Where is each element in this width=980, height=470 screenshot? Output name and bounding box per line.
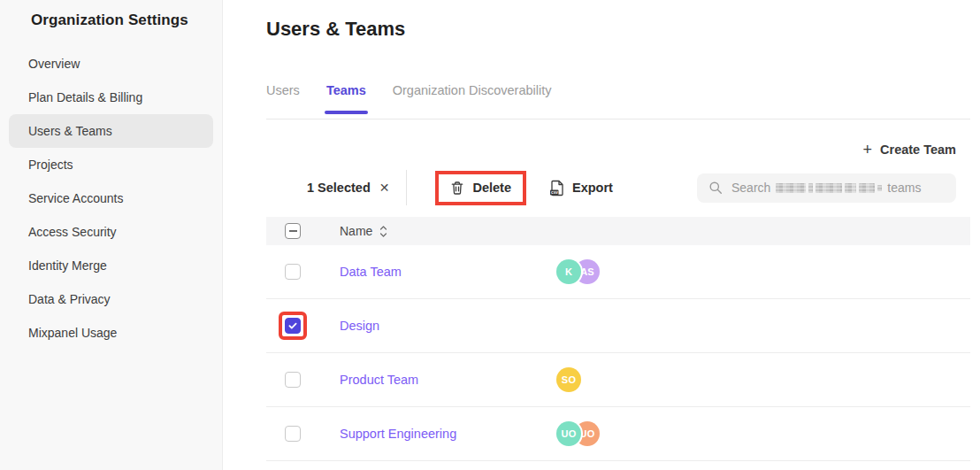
sidebar-item-projects[interactable]: Projects (0, 148, 222, 181)
svg-text:csv: csv (551, 190, 558, 195)
team-link-support-engineering[interactable]: Support Engineering (340, 427, 456, 441)
avatar: UO (556, 421, 581, 446)
team-link-product-team[interactable]: Product Team (340, 373, 418, 387)
name-column-header[interactable]: Name (340, 224, 387, 238)
delete-annotation-highlight: Delete (435, 171, 526, 205)
sidebar-item-plan-details-billing[interactable]: Plan Details & Billing (0, 81, 222, 114)
sidebar-item-service-accounts[interactable]: Service Accounts (0, 181, 222, 215)
team-name-cell: Design (340, 319, 556, 333)
create-team-label: Create Team (880, 143, 956, 157)
member-avatars: K AS (556, 259, 600, 284)
table-row: Support Engineering UO UO (266, 407, 970, 461)
row-checkbox[interactable] (285, 318, 301, 334)
sidebar-item-overview[interactable]: Overview (0, 47, 222, 81)
search-icon (708, 181, 723, 195)
sidebar-item-data-privacy[interactable]: Data & Privacy (0, 282, 222, 316)
bulk-actions-toolbar: 1 Selected ✕ Delete (266, 169, 970, 206)
teams-table: Name Data Team K AS (266, 217, 970, 461)
table-row: Data Team K AS (266, 245, 970, 299)
sidebar-item-mixpanel-usage[interactable]: Mixpanel Usage (0, 316, 222, 350)
sidebar-item-access-security[interactable]: Access Security (0, 215, 222, 249)
team-link-data-team[interactable]: Data Team (340, 265, 402, 279)
page-title: Users & Teams (266, 16, 970, 42)
checkbox-annotation-highlight (279, 312, 307, 340)
selected-count-label: 1 Selected (307, 181, 371, 195)
create-team-row: + Create Team (266, 143, 956, 157)
team-link-design[interactable]: Design (340, 319, 379, 333)
team-name-cell: Product Team (340, 373, 556, 387)
redacted-org-name (776, 183, 882, 193)
toolbar-divider (406, 170, 407, 205)
export-button[interactable]: csv Export (549, 180, 613, 196)
row-checkbox-slot (279, 420, 307, 448)
avatar: SO (556, 367, 581, 392)
export-label: Export (572, 181, 613, 195)
sidebar-title: Organization Settings (31, 12, 222, 29)
clear-selection-icon[interactable]: ✕ (379, 181, 390, 194)
member-avatars: SO (556, 367, 581, 392)
tab-users[interactable]: Users (266, 83, 300, 119)
tab-organization-discoverability[interactable]: Organization Discoverability (393, 83, 552, 119)
search-input[interactable]: Search teams (697, 173, 956, 203)
sidebar-item-identity-merge[interactable]: Identity Merge (0, 249, 222, 282)
create-team-button[interactable]: + Create Team (863, 143, 956, 157)
select-all-checkbox[interactable] (285, 223, 301, 239)
main-content: Users & Teams Users Teams Organization D… (223, 0, 980, 470)
selection-summary: 1 Selected ✕ (307, 181, 389, 195)
csv-file-icon: csv (549, 180, 564, 196)
search-placeholder: Search teams (731, 181, 921, 195)
table-header-row: Name (266, 217, 970, 245)
tab-teams[interactable]: Teams (326, 83, 366, 119)
sidebar-nav: Overview Plan Details & Billing Users & … (0, 47, 222, 350)
sort-icon[interactable] (379, 226, 387, 237)
sidebar-item-users-teams[interactable]: Users & Teams (9, 114, 213, 148)
row-checkbox[interactable] (285, 372, 301, 388)
delete-button[interactable]: Delete (439, 174, 523, 202)
row-checkbox-slot (279, 258, 307, 286)
row-checkbox[interactable] (285, 264, 301, 280)
header-checkbox-slot (279, 217, 307, 245)
team-name-cell: Support Engineering (340, 427, 556, 441)
trash-icon (450, 181, 464, 196)
plus-icon: + (863, 143, 873, 156)
table-row: Product Team SO (266, 353, 970, 407)
row-checkbox[interactable] (285, 426, 301, 442)
table-row: Design (266, 299, 970, 353)
avatar: K (556, 259, 581, 284)
team-name-cell: Data Team (340, 265, 556, 279)
member-avatars: UO UO (556, 421, 600, 446)
delete-label: Delete (472, 181, 511, 195)
sidebar: Organization Settings Overview Plan Deta… (0, 0, 223, 470)
tab-bar: Users Teams Organization Discoverability (266, 83, 970, 119)
row-checkbox-slot (279, 366, 307, 394)
